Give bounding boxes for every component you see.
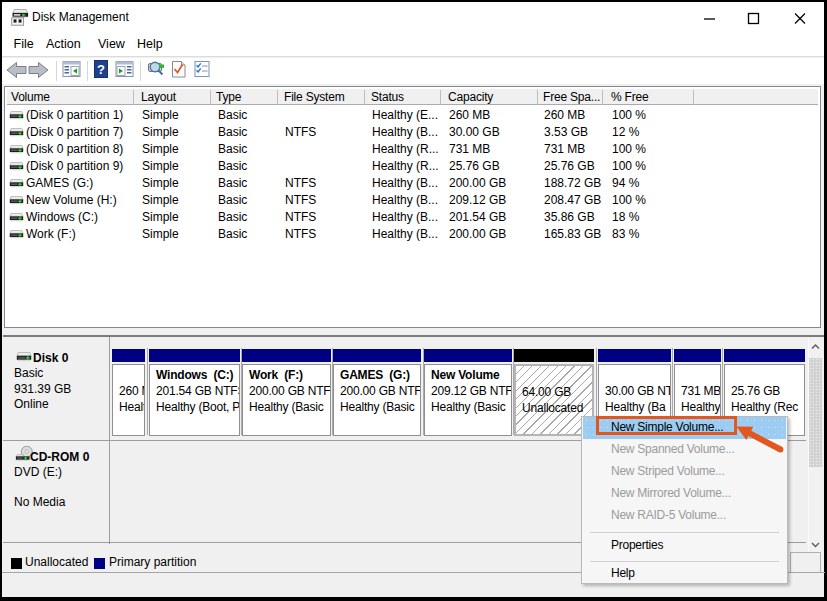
svg-text:?: ?	[97, 62, 105, 77]
